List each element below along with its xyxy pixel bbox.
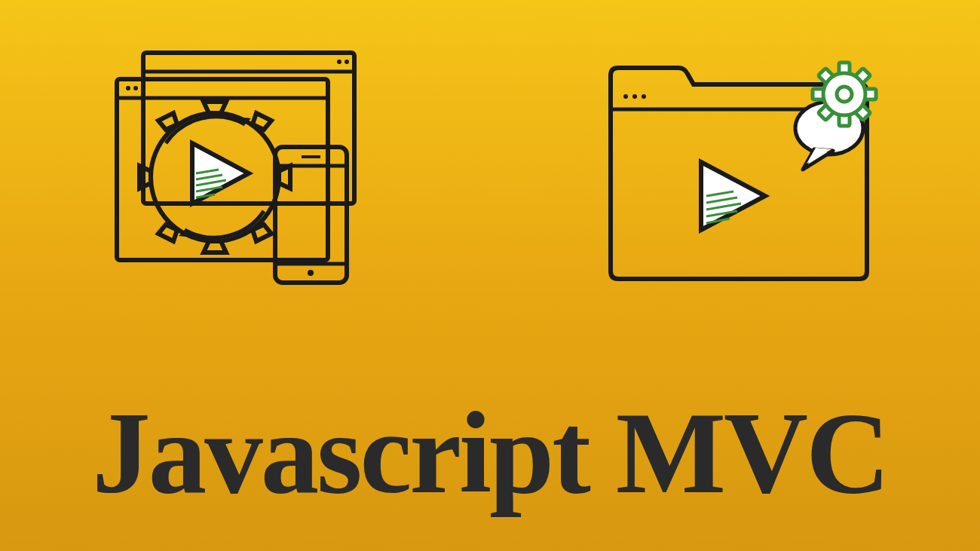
svg-point-7 <box>133 86 138 90</box>
svg-point-23 <box>623 94 628 99</box>
svg-point-24 <box>632 94 637 99</box>
folder-gear-play-icon <box>596 45 882 302</box>
svg-point-6 <box>126 86 130 90</box>
svg-point-2 <box>337 60 341 64</box>
devices-gear-play-icon <box>98 45 384 302</box>
svg-point-3 <box>345 60 349 64</box>
svg-point-25 <box>642 94 646 99</box>
svg-point-43 <box>823 73 865 115</box>
page-title: Javascript MVC <box>92 386 888 521</box>
svg-point-20 <box>308 270 314 276</box>
